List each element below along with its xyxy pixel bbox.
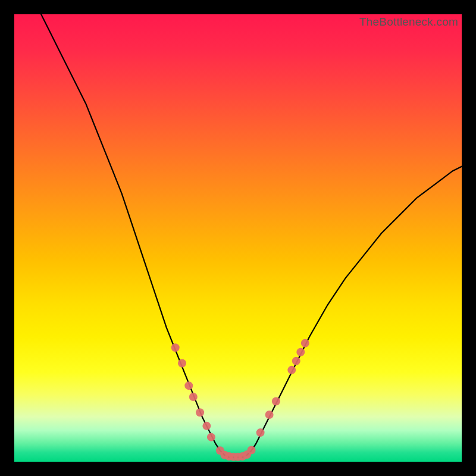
curve-marker [301,339,309,347]
curve-marker [272,397,280,405]
curve-marker [265,411,274,419]
curve-marker [256,428,265,437]
curve-markers [171,339,309,461]
curve-marker [287,366,296,374]
curve-marker [171,343,180,352]
chart-container: TheBottleneck.com [0,0,476,476]
curve-marker [296,348,305,356]
curve-marker [184,381,193,390]
curve-marker [248,446,256,454]
curve-marker [207,433,215,441]
curve-marker [292,357,300,365]
curve-marker [196,408,204,416]
curve-marker [189,393,198,401]
curve-marker [178,359,186,368]
curve-marker [202,422,211,430]
curve-svg [14,14,462,462]
bottleneck-curve [41,14,462,457]
plot-area: TheBottleneck.com [14,14,462,462]
